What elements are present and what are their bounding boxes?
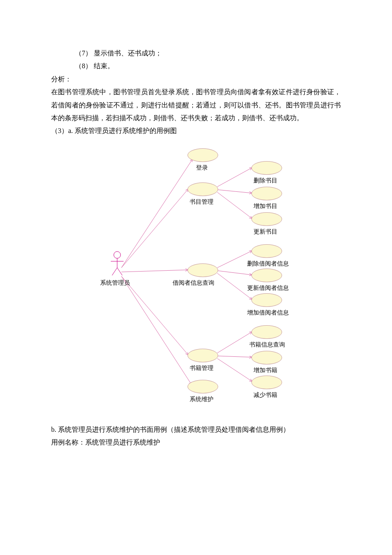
usecase-delete-reader bbox=[251, 244, 282, 258]
label-add-catalog: 增加书目 bbox=[254, 201, 277, 212]
svg-line-5 bbox=[217, 168, 252, 187]
label-book-mgmt: 书籍管理 bbox=[190, 363, 213, 374]
svg-line-12 bbox=[217, 356, 252, 357]
analysis-body: 在图书管理系统中，图书管理员首先登录系统，图书管理员向借阅者拿有效证件进行身份验… bbox=[51, 86, 341, 124]
label-catalog-mgmt: 书目管理 bbox=[190, 197, 213, 208]
analysis-label: 分析： bbox=[51, 73, 341, 86]
usecase-login bbox=[187, 148, 218, 162]
label-sys-maint: 系统维护 bbox=[190, 394, 213, 405]
actor-icon bbox=[109, 251, 126, 280]
svg-line-13 bbox=[217, 358, 252, 382]
label-reduce-book: 减少书籍 bbox=[254, 390, 277, 401]
label-reader-query: 借阅者信息查询 bbox=[173, 278, 214, 289]
usecase-catalog-mgmt bbox=[187, 182, 218, 196]
usecase-add-book bbox=[251, 351, 282, 364]
section-b: b. 系统管理员进行系统维护的书面用例（描述系统管理员处理借阅者信息用例） bbox=[51, 423, 341, 436]
actor-label: 系统管理员 bbox=[100, 278, 130, 289]
label-update-catalog: 更新书目 bbox=[254, 226, 277, 238]
label-add-book: 增加书籍 bbox=[254, 365, 277, 376]
svg-line-7 bbox=[217, 192, 252, 219]
label-login: 登录 bbox=[196, 162, 208, 174]
usecase-add-reader bbox=[251, 293, 282, 307]
svg-line-1 bbox=[121, 189, 188, 268]
label-add-reader: 增加借阅者信息 bbox=[247, 307, 289, 319]
svg-line-18 bbox=[117, 268, 122, 275]
svg-line-6 bbox=[217, 190, 252, 193]
usecase-update-catalog bbox=[251, 212, 282, 226]
label-book-query: 书籍信息查询 bbox=[249, 339, 285, 351]
step-7: （7） 显示借书、还书成功； bbox=[75, 47, 341, 60]
usecase-reader-query bbox=[187, 263, 218, 277]
usecase-delete-catalog bbox=[251, 161, 282, 175]
label-update-reader: 更新借阅者信息 bbox=[247, 283, 289, 294]
use-case-diagram: 系统管理员 登录 书目管理 借阅者信息查询 书籍管理 系统维护 删除书目 增加书… bbox=[77, 142, 366, 415]
svg-point-14 bbox=[114, 251, 121, 258]
svg-line-0 bbox=[121, 159, 193, 268]
usecase-book-query bbox=[251, 325, 282, 339]
svg-line-11 bbox=[217, 332, 252, 353]
label-delete-catalog: 删除书目 bbox=[254, 175, 277, 187]
svg-line-2 bbox=[121, 270, 188, 272]
svg-line-17 bbox=[112, 268, 117, 275]
usecase-reduce-book bbox=[251, 376, 282, 389]
section-3a-title: （3）a. 系统管理员进行系统维护的用例图 bbox=[51, 124, 341, 137]
svg-line-4 bbox=[121, 276, 192, 385]
step-8: （8） 结束。 bbox=[75, 60, 341, 72]
usecase-sys-maint bbox=[187, 380, 218, 393]
usecase-update-reader bbox=[251, 269, 282, 282]
svg-line-9 bbox=[217, 271, 252, 275]
label-delete-reader: 删除借阅者信息 bbox=[247, 258, 289, 270]
usecase-name-line: 用例名称：系统管理员进行系统维护 bbox=[51, 436, 341, 449]
usecase-book-mgmt bbox=[187, 349, 218, 362]
usecase-add-catalog bbox=[251, 187, 282, 200]
